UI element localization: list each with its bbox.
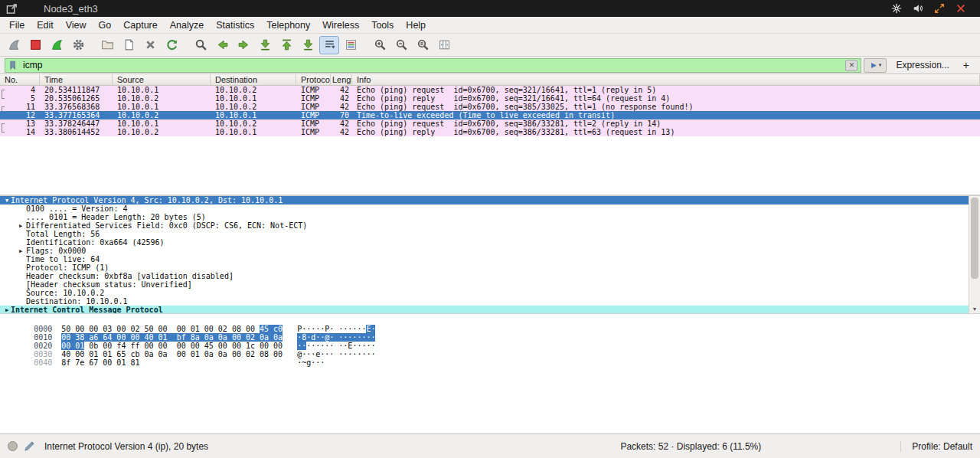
detail-line[interactable]: ▶Differentiated Services Field: 0xc0 (DS… (0, 221, 969, 230)
apply-caret-icon: ▾ (879, 62, 882, 68)
packet-counts: Packets: 52 · Displayed: 6 (11.5%) (620, 441, 761, 452)
packet-row-12-selected[interactable]: 12 33.377165364 10.10.0.2 10.10.0.1 ICMP… (0, 111, 980, 119)
wireshark-window: Node3_eth3 File Edit View Go Capture Ana… (0, 0, 980, 458)
detail-root-ipv4[interactable]: ▼ Internet Protocol Version 4, Src: 10.1… (0, 196, 969, 204)
packet-row-4[interactable]: 4 20.534111847 10.10.0.1 10.10.0.2 ICMP … (0, 86, 980, 94)
colorize-packets-button[interactable] (341, 36, 361, 54)
detail-line[interactable]: Header checksum: 0xbf8a [validation disa… (0, 272, 969, 280)
packet-row-13[interactable]: 13 33.378246447 10.10.0.1 10.10.0.2 ICMP… (0, 119, 980, 128)
go-to-packet-button[interactable] (255, 36, 275, 54)
bookmark-icon[interactable] (8, 61, 18, 70)
statusbar: Internet Protocol Version 4 (ip), 20 byt… (0, 433, 980, 458)
menu-edit[interactable]: Edit (31, 18, 60, 32)
menu-capture[interactable]: Capture (117, 18, 163, 32)
expert-info-icon[interactable] (8, 441, 18, 451)
restart-capture-button[interactable] (47, 36, 67, 54)
stop-square-icon (29, 38, 42, 51)
zoom-in-button[interactable] (370, 36, 390, 54)
titlebar: Node3_eth3 (0, 0, 980, 17)
colorize-icon (345, 38, 358, 51)
scrollbar-thumb[interactable] (971, 198, 978, 279)
related-packet-indicator (0, 94, 5, 103)
start-capture-button[interactable] (4, 36, 24, 54)
jump-to-packet-icon (259, 38, 272, 51)
expander-closed-icon[interactable]: ▶ (15, 221, 26, 230)
column-info[interactable]: Info (352, 74, 980, 85)
close-capture-button[interactable] (140, 36, 160, 54)
zoom-out-icon (395, 38, 408, 51)
detail-line[interactable]: Identification: 0xa664 (42596) (0, 238, 969, 247)
apply-arrow-icon (870, 61, 878, 70)
zoom-reset-button[interactable] (413, 36, 433, 54)
filter-toolbar: icmp ✕ ▾ Expression... + (0, 57, 980, 74)
menu-tools[interactable]: Tools (365, 18, 400, 32)
menu-file[interactable]: File (3, 18, 31, 32)
column-source[interactable]: Source (113, 74, 211, 85)
packet-row-5[interactable]: 5 20.535061265 10.10.0.2 10.10.0.1 ICMP … (0, 94, 980, 103)
column-destination[interactable]: Destination (211, 74, 296, 85)
open-file-button[interactable] (97, 36, 117, 54)
details-scrollbar[interactable]: ▼ (969, 196, 980, 314)
menu-telephony[interactable]: Telephony (260, 18, 316, 32)
go-to-bottom-button[interactable] (298, 36, 318, 54)
detail-line[interactable]: .... 0101 = Header Length: 20 bytes (5) (0, 213, 969, 221)
expander-closed-icon[interactable]: ▶ (15, 247, 26, 255)
main-toolbar (0, 34, 980, 57)
column-time[interactable]: Time (40, 74, 113, 85)
resize-columns-button[interactable] (434, 36, 454, 54)
save-file-button[interactable] (119, 36, 139, 54)
menu-statistics[interactable]: Statistics (210, 18, 260, 32)
related-packet-indicator (0, 103, 5, 111)
expander-open-icon[interactable]: ▼ (0, 196, 11, 204)
go-back-button[interactable] (212, 36, 232, 54)
menu-analyze[interactable]: Analyze (164, 18, 210, 32)
detail-line[interactable]: ▶Flags: 0x0000 (0, 247, 969, 255)
zoom-out-button[interactable] (391, 36, 411, 54)
folder-icon (101, 38, 114, 51)
add-filter-button[interactable]: + (957, 59, 975, 71)
go-forward-button[interactable] (234, 36, 253, 54)
detail-line[interactable]: 0100 .... = Version: 4 (0, 204, 969, 213)
packet-list-header: No. Time Source Destination Protocol Len… (0, 74, 980, 86)
related-packet-indicator (0, 128, 5, 136)
packet-row-11[interactable]: 11 33.376568368 10.10.0.1 10.10.0.2 ICMP… (0, 103, 980, 111)
capture-comment-icon[interactable] (24, 440, 35, 452)
detail-line[interactable]: Time to live: 64 (0, 255, 969, 263)
detail-line[interactable]: Protocol: ICMP (1) (0, 263, 969, 272)
column-protocol[interactable]: Protocol (296, 74, 331, 85)
profile-selector[interactable]: Profile: Default (900, 441, 972, 452)
menubar: File Edit View Go Capture Analyze Statis… (0, 17, 980, 34)
column-no[interactable]: No. (0, 74, 40, 85)
menu-go[interactable]: Go (93, 18, 118, 32)
stop-capture-button[interactable] (25, 36, 45, 54)
packet-list: 4 20.534111847 10.10.0.1 10.10.0.2 ICMP … (0, 86, 980, 195)
expression-button[interactable]: Expression... (896, 60, 949, 70)
detail-line[interactable]: Source: 10.10.0.2 (0, 289, 969, 297)
detail-line[interactable]: Total Length: 56 (0, 230, 969, 238)
menu-help[interactable]: Help (400, 18, 432, 32)
clear-filter-icon[interactable]: ✕ (845, 60, 858, 71)
reload-button[interactable] (162, 36, 181, 54)
packet-row-14[interactable]: 14 33.380614452 10.10.0.2 10.10.0.1 ICMP… (0, 128, 980, 136)
shark-fin-green-icon (51, 38, 64, 51)
auto-scroll-button[interactable] (319, 36, 339, 54)
packet-details-pane: ▼ Internet Protocol Version 4, Src: 10.1… (0, 196, 980, 314)
capture-options-button[interactable] (68, 36, 88, 54)
display-filter-input[interactable]: icmp ✕ (5, 58, 861, 73)
detail-line[interactable]: [Header checksum status: Unverified] (0, 280, 969, 289)
hex-row[interactable]: 000050 00 00 03 00 02 50 00 00 01 00 02 … (6, 316, 980, 325)
audio-icon[interactable] (913, 3, 923, 14)
maximize-icon[interactable] (934, 3, 945, 14)
close-icon[interactable] (956, 3, 966, 14)
detail-line[interactable]: Destination: 10.10.0.1 (0, 297, 969, 306)
selected-field-info: Internet Protocol Version 4 (ip), 20 byt… (44, 441, 208, 452)
go-to-top-button[interactable] (276, 36, 296, 54)
column-length[interactable]: Length (331, 74, 352, 85)
menu-wireless[interactable]: Wireless (316, 18, 365, 32)
settings-icon[interactable] (891, 3, 902, 14)
apply-filter-button[interactable]: ▾ (864, 58, 887, 73)
arrow-left-icon (216, 38, 229, 51)
find-packet-button[interactable] (191, 36, 211, 54)
menu-view[interactable]: View (60, 18, 93, 32)
zoom-reset-icon (416, 38, 430, 51)
